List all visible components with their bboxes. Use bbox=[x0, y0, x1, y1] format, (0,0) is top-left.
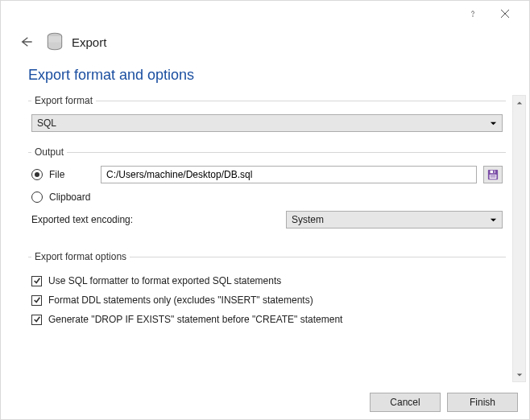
chevron-down-icon bbox=[490, 216, 497, 224]
header: Export bbox=[1, 27, 529, 64]
header-title: Export bbox=[72, 35, 106, 49]
check-indicator bbox=[31, 295, 42, 306]
back-icon[interactable] bbox=[20, 35, 33, 48]
help-button[interactable] bbox=[457, 2, 489, 25]
radio-clipboard-label: Clipboard bbox=[49, 191, 90, 203]
check-label: Format DDL statements only (excludes "IN… bbox=[48, 294, 313, 306]
chevron-down-icon bbox=[490, 120, 497, 127]
check-label: Generate "DROP IF EXISTS" statement befo… bbox=[48, 314, 342, 325]
svg-rect-6 bbox=[491, 175, 496, 176]
options-group: Export format options Use SQL formatter … bbox=[28, 251, 506, 333]
check-drop-if-exists[interactable]: Generate "DROP IF EXISTS" statement befo… bbox=[31, 314, 503, 325]
scroll-area: Export format SQL Output File bbox=[14, 95, 511, 382]
radio-clipboard[interactable]: Clipboard bbox=[31, 191, 90, 203]
check-indicator bbox=[31, 276, 42, 286]
file-path-input[interactable] bbox=[101, 166, 477, 183]
export-format-value: SQL bbox=[37, 117, 490, 129]
footer: Cancel Finish bbox=[1, 385, 529, 419]
check-sql-formatter[interactable]: Use SQL formatter to format exported SQL… bbox=[31, 275, 503, 286]
vertical-scrollbar[interactable] bbox=[512, 95, 526, 382]
svg-rect-7 bbox=[491, 177, 496, 178]
export-format-legend: Export format bbox=[31, 95, 96, 106]
svg-point-0 bbox=[473, 16, 474, 17]
output-legend: Output bbox=[31, 146, 67, 158]
options-legend: Export format options bbox=[31, 251, 130, 262]
encoding-value: System bbox=[292, 214, 490, 225]
export-format-combo[interactable]: SQL bbox=[31, 114, 503, 132]
radio-clipboard-indicator bbox=[31, 191, 43, 203]
finish-button[interactable]: Finish bbox=[447, 393, 518, 412]
floppy-icon bbox=[487, 169, 499, 180]
cancel-button[interactable]: Cancel bbox=[370, 393, 441, 412]
radio-file[interactable]: File bbox=[31, 169, 101, 180]
check-ddl-only[interactable]: Format DDL statements only (excludes "IN… bbox=[31, 294, 503, 306]
check-indicator bbox=[31, 315, 42, 325]
save-path-button[interactable] bbox=[483, 166, 503, 183]
close-button[interactable] bbox=[489, 2, 521, 25]
scroll-up-button[interactable] bbox=[513, 96, 525, 109]
titlebar bbox=[1, 1, 529, 27]
svg-rect-4 bbox=[493, 171, 495, 174]
page-title: Export format and options bbox=[1, 64, 529, 95]
encoding-label: Exported text encoding: bbox=[31, 214, 286, 225]
database-icon bbox=[44, 31, 65, 52]
export-format-group: Export format SQL bbox=[28, 95, 506, 132]
radio-file-indicator bbox=[31, 169, 43, 180]
radio-file-label: File bbox=[49, 169, 64, 180]
check-label: Use SQL formatter to format exported SQL… bbox=[48, 275, 281, 286]
encoding-combo[interactable]: System bbox=[286, 211, 503, 229]
output-group: Output File Clipboard Exported text en bbox=[28, 146, 506, 237]
scroll-down-button[interactable] bbox=[513, 368, 525, 381]
